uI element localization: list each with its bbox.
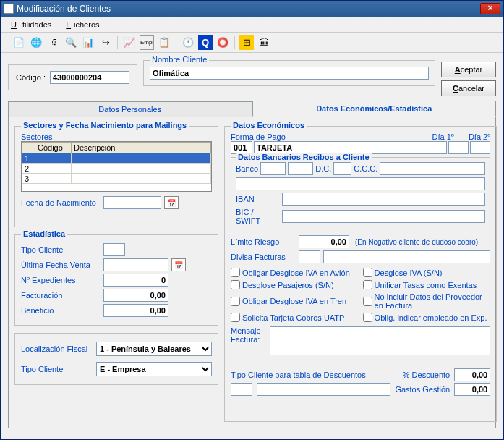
col-desc: Descripción xyxy=(72,143,211,153)
menu-utilidades[interactable]: Utilidades xyxy=(5,19,57,30)
tool-5[interactable]: 📊 xyxy=(81,35,95,50)
chk-pasajeros[interactable] xyxy=(231,280,240,289)
tipo-cliente-select[interactable]: E - Empresa xyxy=(96,362,212,376)
app-icon xyxy=(4,4,14,14)
chk-unificar[interactable] xyxy=(363,280,372,289)
estadistica-fieldset: Estadística Tipo Cliente Última Fecha Ve… xyxy=(14,234,218,326)
dc-input[interactable] xyxy=(333,162,351,175)
table-row[interactable]: 3 xyxy=(22,174,211,184)
chk-empleado[interactable] xyxy=(363,313,372,322)
codigo-label: Código : xyxy=(16,73,46,82)
chk-iva-avion[interactable] xyxy=(231,268,240,277)
table-row[interactable]: 2 xyxy=(22,164,211,174)
sectores-grid[interactable]: CódigoDescripción 1 2 3 xyxy=(21,141,212,192)
bic-label: BIC / SWIFT xyxy=(236,208,279,225)
mensaje-textarea[interactable] xyxy=(270,326,490,355)
sectores-fieldset: Sectores y Fecha Nacimiento para Mailing… xyxy=(14,126,218,227)
separator xyxy=(176,36,176,49)
divisa-label: Divisa Facturas xyxy=(231,253,296,261)
chk-iva-tren[interactable] xyxy=(231,297,240,306)
divisa-desc-input[interactable] xyxy=(323,250,490,263)
close-icon[interactable]: × xyxy=(480,3,500,14)
tab-economicos[interactable]: Datos Económicos/Estadística xyxy=(252,101,497,117)
banco-label: Banco xyxy=(236,164,258,173)
tool-9[interactable]: 📋 xyxy=(157,35,171,50)
banco-nombre-input[interactable] xyxy=(236,177,485,190)
limite-input[interactable] xyxy=(299,235,349,248)
beneficio-value xyxy=(103,304,168,317)
dia2-label: Día 2º xyxy=(469,132,490,141)
tipo-desc-code[interactable] xyxy=(231,383,252,396)
limite-label: Límite Riesgo xyxy=(231,237,296,246)
table-row[interactable]: 1 xyxy=(22,153,211,164)
chk-uatp[interactable] xyxy=(231,313,240,322)
tab-personales[interactable]: Datos Personales xyxy=(8,101,252,117)
tool-3[interactable]: 🖨 xyxy=(46,35,61,50)
bic-input[interactable] xyxy=(282,210,485,223)
divisa-input[interactable] xyxy=(299,250,320,263)
tool-8[interactable]: Empl xyxy=(140,35,154,50)
dia1-input[interactable] xyxy=(448,141,469,154)
tipo-cliente2-label: Tipo Cliente xyxy=(21,365,93,373)
fiscal-fieldset: Localización Fiscal1 - Península y Balea… xyxy=(14,333,218,385)
dia1-label: Día 1º xyxy=(432,132,454,141)
tool-12[interactable]: ⭕ xyxy=(215,35,230,50)
iban-input[interactable] xyxy=(282,192,485,206)
codigo-group: Código : xyxy=(8,64,137,90)
facturacion-value xyxy=(103,289,168,302)
tab-body: Sectores y Fecha Nacimiento para Mailing… xyxy=(8,117,496,428)
mensaje-label: Mensaje Factura: xyxy=(231,326,267,355)
tool-10[interactable]: 🕐 xyxy=(181,35,195,50)
cancelar-button[interactable]: Cancelar xyxy=(441,80,496,96)
dc-label: D.C. xyxy=(315,164,331,173)
chk-desglose-iva[interactable] xyxy=(363,268,372,277)
pct-desc-input[interactable] xyxy=(454,368,490,381)
tipo-cliente-input[interactable] xyxy=(103,243,125,256)
content: Código : Nombre Cliente Aceptar Cancelar… xyxy=(1,53,503,436)
dia2-input[interactable] xyxy=(470,141,490,154)
bank-legend: Datos Bancarios Recibos a Cliente xyxy=(236,153,372,161)
iban-label: IBAN xyxy=(236,195,279,203)
tool-7[interactable]: 📈 xyxy=(122,35,137,50)
tool-4[interactable]: 🔍 xyxy=(64,35,78,50)
aceptar-button[interactable]: Aceptar xyxy=(441,62,496,77)
tool-1[interactable]: 📄 xyxy=(12,35,26,50)
ccc-input[interactable] xyxy=(380,162,485,175)
separator xyxy=(234,36,235,49)
col-codigo: Código xyxy=(35,143,72,153)
tipo-desc-label: Tipo Cliente para tabla de Descuentos xyxy=(231,371,366,379)
codigo-input[interactable] xyxy=(50,71,129,84)
ultima-fecha-input[interactable] xyxy=(103,258,168,271)
chk-no-prov[interactable] xyxy=(363,297,372,306)
tool-11[interactable]: Q xyxy=(198,35,213,50)
estadistica-legend: Estadística xyxy=(21,229,67,238)
tool-14[interactable]: 🏛 xyxy=(257,35,271,50)
tipo-desc-name[interactable] xyxy=(257,383,390,396)
menu-ficheros[interactable]: Ficheros xyxy=(60,19,102,30)
gastos-input[interactable] xyxy=(454,383,490,396)
fecha-input[interactable] xyxy=(103,196,161,209)
window-title: Modificación de Clientes xyxy=(17,4,480,14)
sectores-sub: Sectores xyxy=(21,132,212,141)
tabs: Datos Personales Datos Económicos/Estadí… xyxy=(8,101,496,117)
separator xyxy=(117,36,118,49)
calendar-icon[interactable]: 📅 xyxy=(171,258,186,271)
banco2-input[interactable] xyxy=(288,162,313,175)
econ-fieldset: Datos Económicos Forma de Pago Día 1º Dí… xyxy=(224,126,497,422)
beneficio-label: Beneficio xyxy=(21,306,101,315)
ccc-label: C.C.C. xyxy=(354,164,377,173)
nexp-value xyxy=(103,274,168,287)
tool-6[interactable]: ↪ xyxy=(98,35,113,50)
tool-2[interactable]: 🌐 xyxy=(29,35,43,50)
pct-desc-label: % Descuento xyxy=(403,371,450,379)
loc-fiscal-label: Localización Fiscal xyxy=(21,344,93,353)
menubar: Utilidades Ficheros xyxy=(1,17,503,33)
titlebar: Modificación de Clientes × xyxy=(1,1,503,17)
calendar-icon[interactable]: 📅 xyxy=(164,196,179,209)
banco-input[interactable] xyxy=(260,162,286,175)
nombre-input[interactable] xyxy=(150,67,429,80)
tool-13[interactable]: ⊞ xyxy=(239,35,254,50)
toolbar: 📄 🌐 🖨 🔍 📊 ↪ 📈 Empl 📋 🕐 Q ⭕ ⊞ 🏛 xyxy=(1,33,503,53)
loc-fiscal-select[interactable]: 1 - Península y Baleares xyxy=(96,342,212,356)
fecha-label: Fecha de Nacimiento xyxy=(21,198,101,207)
